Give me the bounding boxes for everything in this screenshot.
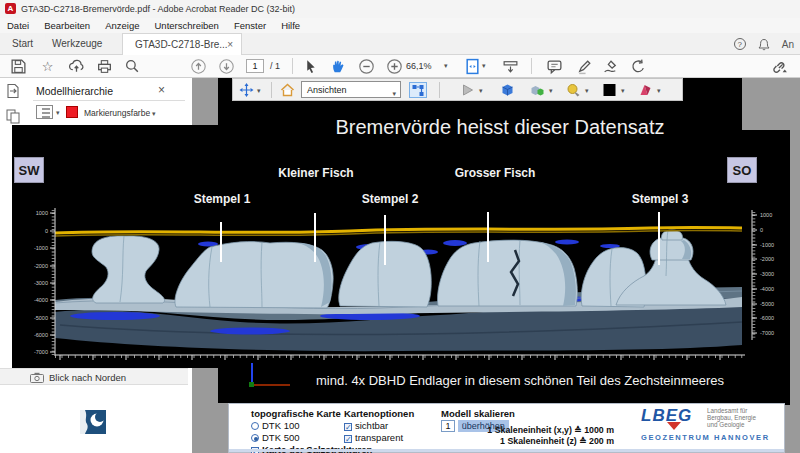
stamp-tool-button[interactable]: [630, 58, 647, 75]
views-dropdown[interactable]: Ansichten▾: [301, 81, 401, 98]
menu-bearbeiten[interactable]: Bearbeiten: [44, 20, 90, 31]
model-tree-toggle[interactable]: [409, 82, 427, 98]
render-mode-caret-icon[interactable]: ▾: [549, 87, 553, 95]
dtk500-label: DTK 500: [262, 432, 300, 443]
previous-page-button[interactable]: [190, 58, 207, 75]
transparent-checkbox[interactable]: ✓: [344, 435, 352, 443]
select-tool-button[interactable]: [303, 58, 320, 75]
render-mode-icon[interactable]: [529, 82, 547, 98]
acrobat-app-icon: A: [5, 3, 16, 14]
star-button[interactable]: ☆: [39, 58, 56, 75]
background-color-icon[interactable]: [601, 82, 619, 98]
fit-page-caret-icon[interactable]: ▾: [482, 62, 486, 70]
fit-page-button[interactable]: [464, 58, 481, 75]
home-view-icon[interactable]: [279, 82, 297, 98]
toolbar-divider: [271, 82, 272, 98]
toolbar-divider: [531, 58, 532, 74]
tab-start[interactable]: Start: [12, 33, 33, 55]
sign-in-link[interactable]: An: [782, 39, 794, 50]
transparent-label: transparent: [355, 432, 403, 443]
print-button[interactable]: [96, 58, 113, 75]
rotate-tool-icon[interactable]: [238, 82, 256, 98]
views-dropdown-value: Ansichten: [307, 85, 347, 95]
view-north-label: Blick nach Norden: [49, 372, 126, 383]
rotate-tool-caret-icon[interactable]: ▾: [257, 87, 261, 95]
panel-title: Modellhierarchie: [36, 85, 113, 97]
document-area: Modellhierarchie × ▾ Markierungsfarbe ▾ …: [0, 78, 800, 453]
views-caret-icon: ▾: [392, 86, 396, 102]
menu-fenster[interactable]: Fenster: [234, 20, 266, 31]
sign-tool-button[interactable]: [602, 58, 619, 75]
bell-icon[interactable]: [758, 38, 770, 51]
dtk100-radio[interactable]: [251, 422, 259, 430]
page-thumbnails-icon[interactable]: [5, 108, 21, 124]
zoom-out-button[interactable]: [358, 58, 375, 75]
search-icon[interactable]: [124, 58, 141, 75]
menu-datei[interactable]: Datei: [7, 20, 29, 31]
share-link-button[interactable]: [772, 58, 789, 75]
cross-section-caret-icon[interactable]: ▾: [657, 87, 661, 95]
comment-tool-button[interactable]: [546, 58, 563, 75]
list-caret-icon[interactable]: ▾: [56, 109, 60, 117]
lbeg-org-line: Bergbau, Energie: [707, 414, 756, 421]
transparent-option[interactable]: ✓transparent: [344, 432, 414, 443]
marker-color-swatch[interactable]: [66, 106, 78, 118]
play-animation-icon[interactable]: [459, 82, 477, 98]
lighting-caret-icon[interactable]: ▾: [585, 87, 589, 95]
view-north-row[interactable]: Blick nach Norden: [0, 368, 188, 385]
page-number-input[interactable]: [246, 59, 264, 73]
3d-canvas[interactable]: [218, 78, 742, 403]
tab-document[interactable]: GTA3D-C2718-Bre... ×: [122, 33, 242, 55]
zoom-in-button[interactable]: [386, 58, 403, 75]
tabbar-right: ? An: [734, 33, 794, 55]
model-scale-header: Modell skalieren: [441, 408, 515, 419]
cross-section-icon[interactable]: [637, 82, 655, 98]
marker-color-label[interactable]: Markierungsfarbe: [84, 108, 150, 118]
projection-cube-icon[interactable]: [499, 82, 517, 98]
save-button[interactable]: [10, 58, 27, 75]
lighting-icon[interactable]: [565, 82, 583, 98]
gta3d-logo: [80, 410, 106, 434]
hierarchy-list-icon[interactable]: [36, 105, 53, 119]
share-cloud-button[interactable]: [68, 58, 85, 75]
help-icon[interactable]: ?: [734, 38, 746, 50]
scale-unit-xy: 1 Skaleneinheit (x,y) ≙ 1000 m: [484, 425, 614, 436]
scale-value-input[interactable]: 1: [441, 420, 455, 432]
visible-option[interactable]: ✓sichtbar: [344, 420, 414, 431]
lbeg-org-line: und Geologie: [707, 421, 756, 428]
window-title: GTA3D-C2718-Bremervörde.pdf - Adobe Acro…: [21, 4, 295, 14]
toolbar-divider: [292, 58, 293, 74]
marker-color-caret-icon[interactable]: ▾: [152, 110, 156, 118]
play-caret-icon[interactable]: ▾: [479, 87, 483, 95]
panel-bottom-strip: [229, 449, 784, 452]
camera-icon: [30, 372, 44, 383]
orientation-sw-label: SW: [14, 157, 44, 183]
next-page-button[interactable]: [218, 58, 235, 75]
geozentrum-label: GEOZENTRUM HANNOVER: [641, 433, 770, 442]
menu-unterschreiben[interactable]: Unterschreiben: [154, 20, 218, 31]
zoom-level-value[interactable]: 66,1%: [406, 61, 432, 71]
tab-close-icon[interactable]: ×: [227, 34, 233, 56]
panel-divider: [33, 100, 185, 101]
toolbar-divider: [439, 82, 440, 98]
hand-tool-button[interactable]: [330, 58, 347, 75]
background-color-caret-icon[interactable]: ▾: [621, 87, 625, 95]
export-pdf-icon[interactable]: [5, 83, 21, 99]
panel-close-icon[interactable]: ×: [158, 83, 165, 97]
lbeg-logo-block: LBEG Landesamt für Bergbau, Energie und …: [641, 406, 783, 426]
zoom-caret-icon[interactable]: ▾: [444, 62, 448, 70]
visible-checkbox[interactable]: ✓: [344, 423, 352, 431]
scale-units: 1 Skaleneinheit (x,y) ≙ 1000 m 1 Skalene…: [484, 425, 614, 447]
lbeg-org-line: Landesamt für: [707, 407, 756, 414]
map-options-group: Kartenoptionen ✓sichtbar ✓transparent: [344, 407, 414, 443]
tab-werkzeuge[interactable]: Werkzeuge: [52, 33, 102, 55]
dtk500-radio[interactable]: [251, 434, 259, 442]
page-count-label: / 1: [270, 61, 280, 71]
orientation-so-label: SO: [727, 157, 757, 183]
menu-anzeige[interactable]: Anzeige: [105, 20, 139, 31]
tab-document-label: GTA3D-C2718-Bre...: [135, 39, 228, 50]
scroll-mode-button[interactable]: [502, 58, 519, 75]
menu-hilfe[interactable]: Hilfe: [281, 20, 300, 31]
map-options-header: Kartenoptionen: [344, 408, 414, 419]
highlight-tool-button[interactable]: [576, 58, 593, 75]
